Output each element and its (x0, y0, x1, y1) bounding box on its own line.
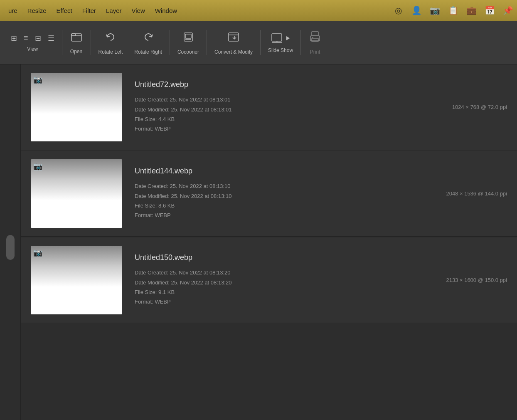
list-item[interactable]: 📷 Untitled150.webp Date Created: 25. Nov… (21, 237, 517, 323)
file-thumbnail: 📷 (31, 73, 122, 141)
file-thumbnail: 📷 (31, 246, 122, 314)
divider-5 (260, 30, 261, 55)
file-info: Untitled144.webp Date Created: 25. Nov 2… (135, 167, 429, 220)
file-format: Format: WEBP (135, 297, 429, 306)
menu-effect[interactable]: Effect (52, 5, 77, 16)
scrollbar-thumb[interactable] (6, 235, 15, 260)
camera-menu-icon[interactable]: 📷 (429, 5, 441, 16)
rotate-left-button[interactable]: Rotate Left (93, 27, 129, 58)
date-created: Date Created: 25. Nov 2022 at 08:13:01 (135, 95, 436, 104)
file-size: File Size: 4.4 KB (135, 114, 436, 124)
camera-thumb-icon: 📷 (33, 248, 42, 257)
file-list: 📷 Untitled72.webp Date Created: 25. Nov … (21, 64, 517, 420)
svg-rect-0 (71, 34, 81, 41)
menu-bar: ure Resize Effect Filter Layer View Wind… (0, 0, 517, 21)
list-item[interactable]: 📷 Untitled144.webp Date Created: 25. Nov… (21, 151, 517, 237)
cocooner-label: Cocooner (177, 49, 199, 55)
slide-show-button[interactable]: Slide Show (262, 28, 299, 57)
divider-6 (300, 30, 301, 55)
toolbar: ⊞ ≡ ⊟ ☰ View Open Rotate Left (0, 21, 517, 64)
sidebar (0, 64, 21, 420)
file-dimensions: 2048 × 1536 @ 144.0 ppi (429, 190, 507, 197)
camera-thumb-icon: 📷 (33, 162, 42, 171)
file-format: Format: WEBP (135, 210, 429, 220)
date-created: Date Created: 25. Nov 2022 at 08:13:20 (135, 268, 429, 277)
menu-view[interactable]: View (127, 5, 150, 16)
svg-rect-1 (71, 34, 76, 36)
file-info: Untitled72.webp Date Created: 25. Nov 20… (135, 80, 436, 134)
menu-window[interactable]: Window (150, 5, 182, 16)
open-label: Open (70, 49, 82, 54)
date-created: Date Created: 25. Nov 2022 at 08:13:10 (135, 181, 429, 191)
date-modified: Date Modified: 25. Nov 2022 at 08:13:20 (135, 278, 429, 287)
file-name: Untitled144.webp (135, 167, 429, 175)
open-button[interactable]: Open (64, 27, 89, 58)
calendar-icon[interactable]: 📅 (484, 5, 495, 16)
rotate-left-label: Rotate Left (98, 49, 123, 55)
date-modified: Date Modified: 25. Nov 2022 at 08:13:10 (135, 191, 429, 201)
rotate-right-label: Rotate Right (134, 49, 162, 55)
menu-layer[interactable]: Layer (101, 5, 127, 16)
slide-show-label: Slide Show (268, 47, 293, 53)
svg-rect-9 (312, 32, 318, 36)
print-label: Print (310, 49, 320, 55)
user-icon[interactable]: 👤 (411, 5, 422, 16)
strip-view-icon[interactable]: ⊟ (33, 33, 43, 44)
view-label: View (27, 46, 38, 52)
clipboard-icon[interactable]: 📋 (447, 5, 459, 16)
rotate-left-icon (104, 30, 117, 47)
divider-4 (207, 30, 207, 55)
convert-modify-icon (227, 30, 240, 47)
svg-rect-11 (312, 38, 318, 42)
target-icon[interactable]: ◎ (392, 5, 404, 16)
view-icons-row: ⊞ ≡ ⊟ ☰ (9, 33, 56, 44)
open-icon (70, 31, 83, 46)
convert-modify-button[interactable]: Convert & Modify (209, 27, 258, 58)
divider-2 (91, 30, 91, 55)
file-info: Untitled150.webp Date Created: 25. Nov 2… (135, 253, 429, 307)
print-button[interactable]: Print (303, 27, 327, 58)
file-dimensions: 1024 × 768 @ 72.0 ppi (436, 104, 507, 110)
pin-icon[interactable]: 📌 (502, 5, 514, 16)
print-icon (308, 30, 322, 47)
menu-picture[interactable]: ure (3, 5, 22, 16)
list-item[interactable]: 📷 Untitled72.webp Date Created: 25. Nov … (21, 64, 517, 150)
cocooner-button[interactable]: Cocooner (172, 27, 205, 58)
menu-resize[interactable]: Resize (22, 5, 52, 16)
file-dimensions: 2133 × 1600 @ 150.0 ppi (429, 277, 507, 283)
menu-icons: ◎ 👤 📷 📋 💼 📅 📌 (392, 5, 514, 16)
divider-1 (62, 30, 62, 55)
detail-view-icon[interactable]: ☰ (46, 33, 56, 44)
file-meta: Date Created: 25. Nov 2022 at 08:13:10 D… (135, 181, 429, 220)
svg-rect-3 (185, 34, 191, 38)
svg-rect-5 (229, 33, 239, 41)
cocooner-icon (182, 30, 195, 47)
svg-rect-6 (272, 34, 282, 41)
camera-thumb-icon: 📷 (33, 75, 42, 84)
grid-view-icon[interactable]: ⊞ (9, 33, 19, 44)
menu-filter[interactable]: Filter (77, 5, 101, 16)
file-thumbnail: 📷 (31, 159, 122, 228)
file-name: Untitled72.webp (135, 80, 436, 89)
file-meta: Date Created: 25. Nov 2022 at 08:13:20 D… (135, 268, 429, 307)
view-group: ⊞ ≡ ⊟ ☰ View (5, 30, 60, 55)
file-name: Untitled150.webp (135, 253, 429, 262)
file-meta: Date Created: 25. Nov 2022 at 08:13:01 D… (135, 95, 436, 134)
file-format: Format: WEBP (135, 124, 436, 133)
slide-icon-row (270, 32, 291, 45)
file-size: File Size: 9.1 KB (135, 287, 429, 297)
main-content: 📷 Untitled72.webp Date Created: 25. Nov … (0, 64, 517, 420)
list-view-icon[interactable]: ≡ (22, 33, 30, 44)
rotate-right-icon (142, 30, 155, 47)
rotate-right-button[interactable]: Rotate Right (128, 27, 168, 58)
convert-modify-label: Convert & Modify (214, 49, 253, 55)
file-size: File Size: 8.6 KB (135, 201, 429, 210)
divider-3 (170, 30, 170, 55)
briefcase-icon[interactable]: 💼 (465, 5, 477, 16)
date-modified: Date Modified: 25. Nov 2022 at 08:13:01 (135, 105, 436, 114)
